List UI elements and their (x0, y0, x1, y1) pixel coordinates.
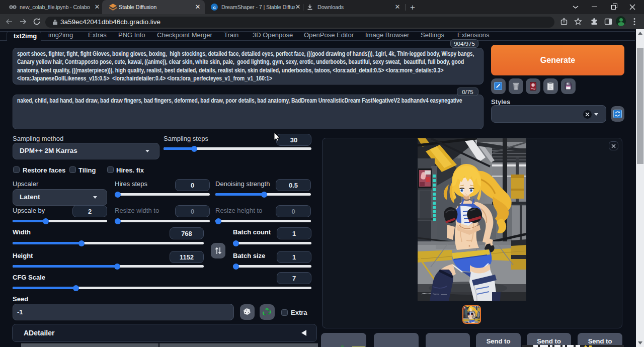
svg-text:c: c (213, 5, 215, 10)
